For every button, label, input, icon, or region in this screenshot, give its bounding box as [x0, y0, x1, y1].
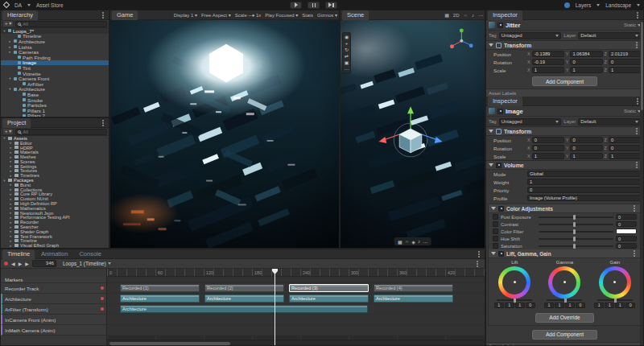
tab-console[interactable]: Console — [74, 249, 106, 259]
game-toolbar-control[interactable]: Stats — [302, 13, 313, 18]
tool-icon[interactable]: + — [345, 41, 349, 46]
record-toggle-icon[interactable] — [101, 286, 104, 290]
game-toolbar-control[interactable]: Scale ─● 1x — [235, 13, 262, 18]
foldout-arrow-icon[interactable]: ▸ — [9, 244, 13, 248]
hierarchy-item[interactable]: ▾ Camera Front — [1, 76, 109, 81]
tab-project[interactable]: Project — [2, 118, 31, 128]
hierarchy-item[interactable]: Image — [1, 60, 109, 66]
foldout-arrow-icon[interactable]: ▾ — [8, 87, 12, 91]
wheel-y-field[interactable]: 1 — [605, 303, 614, 308]
hierarchy-item[interactable]: Timeline — [1, 34, 109, 39]
playhead[interactable] — [275, 269, 275, 345]
x-field[interactable]: -0.1389 — [532, 51, 564, 57]
project-item[interactable]: ▸ Visual Effect Graph — [1, 243, 109, 248]
override-field-checkbox[interactable] — [493, 214, 498, 220]
account-avatar[interactable] — [564, 2, 570, 8]
override-slider[interactable] — [539, 238, 613, 240]
record-toggle-icon[interactable] — [101, 297, 104, 300]
add-override-button[interactable]: Add Override — [535, 313, 593, 323]
foldout-arrow-icon[interactable]: ▸ — [9, 192, 13, 196]
record-toggle-icon[interactable] — [101, 307, 104, 311]
account-menu[interactable]: DA — [14, 2, 22, 8]
panel-menu-icon[interactable] — [478, 253, 480, 255]
record-toggle-icon[interactable] — [101, 328, 104, 332]
arfilter-lane[interactable]: Architecture — [107, 304, 485, 315]
foldout-arrow-icon[interactable]: ▸ — [9, 197, 13, 201]
component-menu-icon[interactable] — [636, 130, 638, 132]
track-header[interactable]: Architecture — [1, 294, 106, 304]
wheel-y-field[interactable]: 1 — [555, 303, 564, 308]
x-field[interactable]: 0 — [532, 137, 564, 143]
tool-icon[interactable]: ⋯ — [345, 67, 349, 72]
lift-gamma-gain-header[interactable]: Lift, Gamma, Gain — [489, 249, 641, 258]
tool-icon[interactable]: ◉ — [345, 35, 349, 39]
override-menu-icon[interactable] — [634, 208, 635, 209]
override-field-checkbox[interactable] — [493, 243, 498, 249]
z-field[interactable]: 0 — [609, 145, 641, 151]
wheel-slider[interactable] — [597, 299, 633, 301]
project-search-input[interactable] — [23, 130, 105, 134]
override-field[interactable]: 0 — [616, 221, 637, 227]
step-button[interactable] — [325, 2, 337, 9]
override-field[interactable]: 0 — [616, 243, 637, 249]
x-field[interactable]: 1 — [532, 153, 564, 159]
overlay-icon[interactable]: ◈ — [411, 239, 415, 245]
tool-icon[interactable]: ↻ — [345, 47, 349, 52]
override-menu-icon[interactable] — [634, 253, 635, 254]
foldout-arrow-icon[interactable]: ▸ — [9, 150, 13, 154]
game-viewport[interactable] — [110, 20, 339, 248]
override-slider[interactable] — [539, 231, 613, 233]
track-header[interactable]: InCamera Front (Anim) — [1, 315, 106, 325]
z-field[interactable]: 0 — [609, 137, 641, 143]
override-field[interactable] — [616, 229, 637, 234]
transform-component-header[interactable]: Transform — [486, 126, 643, 136]
layers-dropdown[interactable]: Layers — [576, 2, 592, 8]
active-checkbox[interactable] — [497, 23, 503, 28]
asset-labels-bar[interactable]: Asset Labels — [486, 89, 643, 97]
override-enabled-checkbox[interactable] — [498, 206, 504, 212]
wheel-z-field[interactable]: 1 — [565, 303, 575, 308]
tag-dropdown[interactable]: Untagged — [499, 118, 562, 126]
z-field[interactable]: 0 — [609, 59, 641, 65]
timeline-clip[interactable]: Architecture — [204, 295, 284, 303]
active-checkbox[interactable] — [497, 109, 503, 114]
layer-dropdown[interactable]: Default — [578, 118, 641, 126]
track-header[interactable]: ArFilter (Transform) — [1, 304, 106, 315]
add-component-button[interactable]: Add Component — [532, 330, 597, 340]
foldout-arrow-icon[interactable]: ▸ — [9, 159, 13, 163]
wheel-slider[interactable] — [547, 299, 582, 301]
wheel-z-field[interactable]: 1 — [515, 303, 525, 308]
camera-front-lane[interactable] — [107, 315, 485, 325]
static-dropdown[interactable]: Static — [624, 23, 641, 27]
gameobject-name[interactable]: Jitter — [506, 22, 520, 29]
override-slider[interactable] — [539, 224, 613, 225]
wheel-w-field[interactable]: 0 — [576, 303, 585, 308]
tab-inspector-2[interactable]: Inspector — [488, 97, 522, 106]
foldout-arrow-icon[interactable]: ▸ — [9, 229, 13, 233]
x-field[interactable]: -0.19 — [532, 59, 564, 65]
panel-menu-icon[interactable] — [637, 14, 638, 16]
hierarchy-item[interactable]: ▸ Architecture — [1, 39, 109, 44]
overlay-icon[interactable]: ☼ — [405, 239, 410, 244]
override-field[interactable]: 0 — [616, 236, 637, 241]
wheel-w-field[interactable]: 0 — [625, 303, 635, 308]
foldout-arrow-icon[interactable]: ▸ — [9, 216, 13, 220]
foldout-arrow-icon[interactable]: ▸ — [9, 183, 13, 187]
wheel-cursor[interactable] — [514, 281, 516, 283]
foldout-arrow-icon[interactable]: ▸ — [9, 174, 13, 178]
hierarchy-item[interactable]: ▾ Loops_7* — [1, 28, 109, 34]
asset-store-menu[interactable]: Asset Store — [36, 2, 64, 8]
y-field[interactable]: 1.06384 — [570, 51, 602, 57]
tab-scene[interactable]: Scene — [342, 10, 369, 20]
game-toolbar-control[interactable]: Gizmos ▾ — [317, 12, 337, 18]
component-menu-icon[interactable] — [636, 44, 638, 46]
foldout-arrow-icon[interactable]: ▸ — [9, 141, 13, 145]
wheel-slider[interactable] — [497, 299, 532, 301]
scene-toolbar-icon[interactable]: ⋯ — [478, 12, 483, 18]
volume-field[interactable]: Global — [527, 171, 641, 177]
override-field[interactable]: 0 — [616, 214, 637, 220]
game-toolbar-control[interactable]: Play Focused ▾ — [265, 12, 298, 18]
foldout-arrow-icon[interactable]: ▸ — [9, 206, 13, 210]
hierarchy-item[interactable]: ▸ Cameras — [1, 49, 109, 55]
overlay-icon[interactable]: ▦ — [398, 239, 402, 245]
